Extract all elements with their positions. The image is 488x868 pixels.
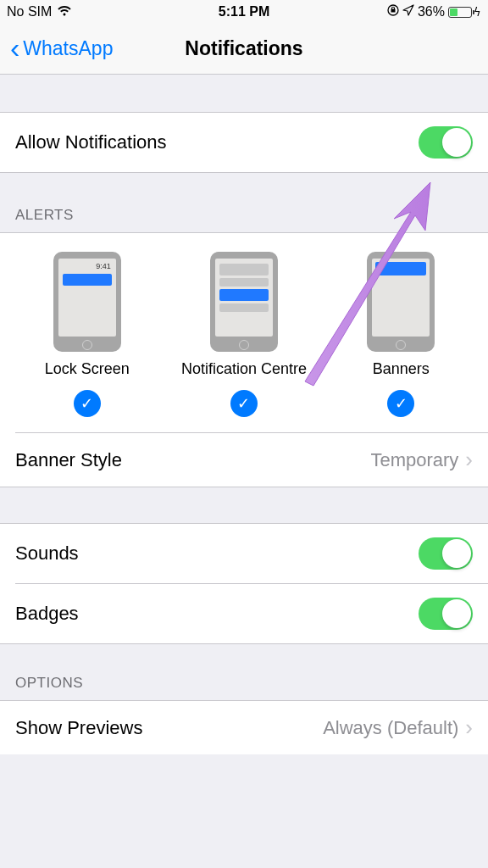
- alert-option-banners[interactable]: Banners ✓: [323, 252, 480, 417]
- alerts-header: ALERTS: [0, 173, 488, 232]
- checkmark-icon: ✓: [387, 390, 414, 417]
- allow-notifications-row: Allow Notifications: [0, 113, 488, 172]
- chevron-left-icon: ‹: [10, 33, 19, 62]
- show-previews-label: Show Previews: [15, 717, 142, 739]
- status-bar: No SIM 5:11 PM 36% ϟ: [0, 0, 488, 24]
- banner-style-value: Temporary ›: [370, 447, 473, 473]
- wifi-icon: [57, 4, 72, 19]
- location-icon: [402, 4, 414, 19]
- carrier-text: No SIM: [7, 4, 52, 19]
- sounds-toggle[interactable]: [419, 537, 473, 570]
- banner-style-row[interactable]: Banner Style Temporary ›: [0, 433, 488, 487]
- sounds-row: Sounds: [0, 524, 488, 583]
- checkmark-icon: ✓: [230, 390, 258, 417]
- badges-label: Badges: [15, 603, 79, 625]
- allow-notifications-label: Allow Notifications: [15, 131, 167, 153]
- allow-notifications-toggle[interactable]: [419, 126, 473, 159]
- alerts-section: 9:41 Lock Screen ✓ Notification Centre ✓: [0, 232, 488, 487]
- options-header: OPTIONS: [0, 644, 488, 700]
- phone-mock-icon: [210, 252, 278, 352]
- phone-mock-icon: 9:41: [53, 252, 121, 352]
- status-left: No SIM: [7, 4, 72, 19]
- chevron-right-icon: ›: [465, 715, 473, 741]
- allow-notifications-section: Allow Notifications: [0, 112, 488, 173]
- sounds-label: Sounds: [15, 542, 79, 565]
- alerts-container: 9:41 Lock Screen ✓ Notification Centre ✓: [0, 233, 488, 432]
- charging-icon: ϟ: [474, 6, 481, 19]
- back-button[interactable]: ‹ WhatsApp: [10, 36, 113, 62]
- banner-style-label: Banner Style: [15, 449, 122, 471]
- alert-option-notification-centre[interactable]: Notification Centre ✓: [165, 252, 322, 417]
- alert-label: Banners: [373, 360, 430, 378]
- rotation-lock-icon: [387, 4, 399, 19]
- badges-toggle[interactable]: [419, 598, 473, 630]
- battery-percent: 36%: [418, 4, 445, 19]
- checkmark-icon: ✓: [74, 390, 101, 417]
- phone-mock-icon: [367, 252, 435, 352]
- nav-bar: ‹ WhatsApp Notifications: [0, 24, 488, 75]
- alert-label: Notification Centre: [181, 360, 307, 378]
- status-right: 36% ϟ: [387, 4, 481, 19]
- alert-label: Lock Screen: [45, 360, 130, 378]
- nav-title: Notifications: [185, 37, 302, 60]
- alert-option-lock-screen[interactable]: 9:41 Lock Screen ✓: [8, 252, 165, 417]
- show-previews-row[interactable]: Show Previews Always (Default) ›: [0, 701, 488, 754]
- chevron-right-icon: ›: [465, 447, 473, 473]
- badges-row: Badges: [0, 584, 488, 643]
- back-label: WhatsApp: [23, 37, 113, 60]
- show-previews-value: Always (Default) ›: [323, 715, 473, 741]
- options-section: Show Previews Always (Default) ›: [0, 700, 488, 754]
- sounds-badges-section: Sounds Badges: [0, 523, 488, 644]
- battery-icon: [448, 7, 472, 18]
- status-time: 5:11 PM: [219, 4, 269, 19]
